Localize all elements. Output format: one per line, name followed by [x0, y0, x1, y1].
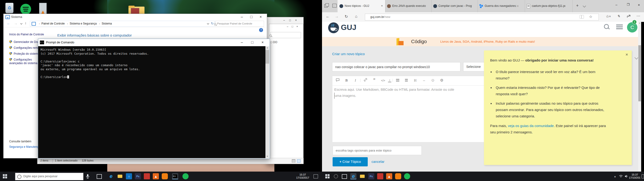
scroll-up-icon[interactable]: ▲ [266, 46, 269, 50]
taskbar-store-icon[interactable]: ⌂ [126, 173, 132, 179]
italic-icon[interactable]: I [352, 78, 359, 82]
taskbar-avast-icon[interactable] [162, 173, 168, 179]
share-icon[interactable] [626, 14, 631, 19]
upload-icon[interactable]: ↑ [388, 79, 391, 82]
tab-novo-topicos[interactable]: Novo tópicos - GUJ × [338, 0, 386, 12]
sidebar-item-control-panel-home[interactable]: Início do Painel de Controle [9, 33, 44, 36]
address-dropdown-icon[interactable] [207, 22, 209, 25]
url-text[interactable]: guj.com.br/new [370, 15, 390, 18]
cmd-terminal[interactable]: Microsoft Windows [versão 10.0.15063] (c… [38, 46, 269, 158]
see-also-link[interactable]: Segurança e Manutenção [9, 145, 39, 148]
cmd-scrollbar[interactable]: ▲ ▼ [266, 46, 269, 158]
taskbar-photoshop-icon[interactable]: Ps [368, 173, 374, 179]
speaker-icon[interactable] [625, 175, 628, 179]
options-gear-icon[interactable]: ⚙ [438, 78, 446, 82]
refresh-icon[interactable]: ↻ [211, 22, 214, 25]
emoji-icon[interactable]: ☺ [429, 78, 437, 83]
set-aside-tabs-icon[interactable] [324, 3, 328, 8]
numbered-list-icon[interactable] [402, 78, 410, 82]
explorer-search-field[interactable] [270, 32, 301, 38]
spotify-icon[interactable] [20, 4, 31, 14]
heading-icon[interactable]: H [411, 78, 419, 82]
collapse-composer-chevron-icon[interactable] [634, 56, 638, 60]
guj-logo-icon[interactable] [328, 22, 339, 33]
taskbar-avast-icon[interactable] [395, 173, 401, 179]
tags-input[interactable] [332, 146, 422, 155]
taskbar-photoshop-icon[interactable]: Ps [135, 173, 141, 179]
maximize-icon[interactable]: □ [247, 40, 258, 44]
explorer2-caption-buttons[interactable]: –□× [287, 25, 301, 28]
tab-erro-java[interactable]: Erro JAVA quando executo j [385, 0, 432, 12]
tab-caelum-pdf[interactable]: caelum-java-objetos-fj11.pd [525, 0, 572, 12]
tabs-preview-icon[interactable]: ← [332, 4, 336, 8]
taskbar-file-explorer-icon[interactable] [117, 173, 123, 179]
recycle-bin-icon[interactable]: ♻ [4, 3, 14, 15]
maximize-icon[interactable]: □ [246, 15, 256, 19]
taskbar-cmd-icon-active[interactable]: C:\ [172, 173, 178, 179]
microphone-icon[interactable] [85, 174, 90, 180]
address-bar[interactable]: guj.com.br/new ☆ [365, 14, 599, 20]
breadcrumb-system[interactable]: Sistema [102, 22, 112, 25]
close-icon[interactable]: × [258, 40, 268, 44]
system-caption-buttons[interactable]: –□× [237, 15, 266, 19]
recent-locations-icon[interactable] [20, 22, 23, 25]
tab-list-chevron-icon[interactable] [583, 4, 586, 8]
taskbar-vlc-icon[interactable]: ▲ [153, 173, 159, 179]
hyperlink-icon[interactable] [362, 78, 370, 82]
minimize-icon[interactable]: – [237, 40, 247, 44]
taskbar-vlc-icon[interactable]: ▲ [386, 173, 392, 179]
horizontal-rule-icon[interactable]: – [420, 78, 428, 82]
close-icon[interactable]: × [638, 3, 640, 7]
minimize-icon[interactable]: – [237, 15, 246, 19]
forward-icon[interactable]: → [14, 21, 18, 25]
tray-chevron-up-icon[interactable]: ▲ [614, 175, 616, 178]
page-scrollbar[interactable]: ▲ [638, 22, 641, 172]
action-center-icon[interactable] [642, 174, 644, 178]
taskbar-spotify-icon[interactable] [404, 173, 410, 179]
task-view-icon[interactable] [97, 174, 102, 179]
sidebar-item-advanced-settings[interactable]: Configurações avançadas do sistema [9, 58, 40, 65]
guj-logo-text[interactable]: GUJ [341, 23, 356, 32]
quote-whole-post-icon[interactable] [334, 78, 342, 82]
action-center-icon[interactable] [314, 174, 318, 178]
tab-compilar-javac[interactable]: Compilar com javac - Progr [432, 0, 478, 12]
breadcrumb-control-panel[interactable]: Painel de Controle [42, 22, 65, 25]
start-button-icon[interactable] [325, 174, 330, 178]
web-note-pen-icon[interactable]: ✎ [617, 14, 620, 18]
taskbar-spotify-icon[interactable] [182, 173, 188, 179]
minimize-icon[interactable]: – [616, 3, 617, 6]
close-tab-icon[interactable]: × [381, 4, 383, 8]
reading-view-icon[interactable] [580, 15, 584, 18]
close-icon[interactable]: × [256, 15, 266, 19]
taskbar-clock[interactable]: 15:3717/10/2017 [629, 173, 641, 179]
cortana-icon[interactable] [334, 174, 338, 178]
taskbar-red-app-icon[interactable] [144, 173, 150, 179]
community-guides-link[interactable]: veja os guias da comunidade [508, 124, 554, 128]
scrollbar-thumb[interactable] [266, 50, 269, 64]
scrollbar-thumb[interactable] [638, 45, 641, 101]
breadcrumb-system-security[interactable]: Sistema e Segurança [70, 22, 97, 25]
taskbar-search-box[interactable]: Digite aqui para pesquisar [15, 173, 84, 180]
address-bar[interactable]: ›Painel de Controle ›Sistema e Segurança… [30, 21, 215, 27]
scroll-up-icon[interactable]: ▲ [638, 22, 641, 24]
topic-title-input[interactable] [332, 62, 460, 72]
home-icon[interactable]: ⌂ [355, 14, 357, 19]
control-panel-search-box[interactable]: Pesquisar Painel de Controle [215, 21, 264, 27]
task-view-icon[interactable] [342, 174, 347, 179]
hub-icon[interactable]: ☆≡ [606, 14, 611, 18]
taskbar-red-app-icon[interactable] [377, 173, 383, 179]
hamburger-menu-icon[interactable] [616, 24, 623, 29]
start-button-icon[interactable] [3, 174, 7, 178]
back-icon[interactable]: ← [7, 21, 10, 25]
new-tab-icon[interactable]: + [576, 3, 579, 8]
restore-icon[interactable]: ❐ [627, 3, 630, 6]
bold-icon[interactable]: B [342, 78, 350, 82]
body-placeholder[interactable]: Escreva aqui. Use Markdown, BBCode ou HT… [334, 86, 480, 99]
taskbar-edge-icon[interactable]: e [108, 173, 114, 179]
up-icon[interactable]: ↑ [25, 21, 27, 25]
thumbnail-view-icon[interactable] [297, 159, 300, 162]
breadcrumb[interactable]: ›Painel de Controle ›Sistema e Segurança… [37, 22, 202, 25]
casa-do-codigo-banner[interactable]: Código Livros de Java, SOA, Android, iPh… [322, 37, 641, 46]
close-panel-icon[interactable]: × [626, 52, 628, 57]
explorer-caption-buttons[interactable]: –□× [283, 18, 301, 22]
